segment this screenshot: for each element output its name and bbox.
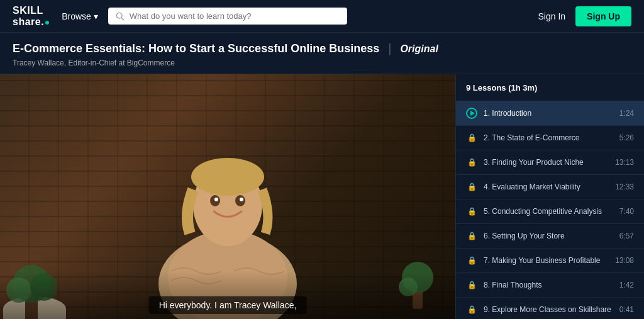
logo-line1: SKILL xyxy=(13,5,49,16)
title-divider: | xyxy=(388,42,391,56)
lesson-title: 4. Evaluating Market Viability xyxy=(484,182,609,191)
video-panel[interactable]: Hi everybody. I am Tracey Wallace, xyxy=(0,74,455,319)
lesson-duration: 1:42 xyxy=(619,281,634,289)
lesson-title: 5. Conducting Competitive Analysis xyxy=(484,207,613,216)
course-title-bar: E-Commerce Essentials: How to Start a Su… xyxy=(0,33,644,74)
lesson-duration: 6:57 xyxy=(619,232,634,240)
lesson-sidebar: 9 Lessons (1h 3m) 1. Introduction1:24🔒2.… xyxy=(455,74,644,319)
lesson-item[interactable]: 🔒7. Making Your Business Profitable13:08 xyxy=(456,249,644,273)
video-subtitle: Hi everybody. I am Tracey Wallace, xyxy=(149,296,307,314)
lesson-duration: 5:26 xyxy=(619,133,634,142)
lesson-duration: 13:13 xyxy=(615,158,634,167)
lesson-item[interactable]: 🔒3. Finding Your Product Niche13:13 xyxy=(456,150,644,175)
lesson-title: 6. Setting Up Your Store xyxy=(484,232,613,240)
svg-point-9 xyxy=(214,198,218,201)
lock-icon: 🔒 xyxy=(466,157,477,168)
search-icon xyxy=(116,12,125,21)
header: SKILL share. Browse ▾ Sign In Sign Up xyxy=(0,0,644,33)
logo-line2: share. xyxy=(13,16,49,28)
lesson-item[interactable]: 🔒9. Explore More Classes on Skillshare0:… xyxy=(456,298,644,319)
lesson-title: 7. Making Your Business Profitable xyxy=(484,256,609,265)
chevron-down-icon: ▾ xyxy=(94,11,98,21)
lesson-item[interactable]: 🔒5. Conducting Competitive Analysis7:40 xyxy=(456,199,644,224)
lesson-duration: 1:24 xyxy=(619,109,634,118)
lesson-duration: 7:40 xyxy=(619,207,634,216)
lock-icon: 🔒 xyxy=(466,255,477,266)
sidebar-header: 9 Lessons (1h 3m) xyxy=(456,74,644,101)
sign-up-button[interactable]: Sign Up xyxy=(575,6,631,26)
play-icon xyxy=(466,108,477,119)
lesson-item[interactable]: 🔒2. The State of E-Commerce5:26 xyxy=(456,126,644,150)
lesson-list: 1. Introduction1:24🔒2. The State of E-Co… xyxy=(456,101,644,319)
lesson-title: 8. Final Thoughts xyxy=(484,281,613,289)
lock-icon: 🔒 xyxy=(466,181,477,193)
logo: SKILL share. xyxy=(13,5,49,27)
header-actions: Sign In Sign Up xyxy=(538,6,631,26)
lock-icon: 🔒 xyxy=(466,304,477,315)
sign-in-button[interactable]: Sign In xyxy=(538,11,566,21)
browse-button[interactable]: Browse ▾ xyxy=(62,11,98,21)
lock-icon: 🔒 xyxy=(466,132,477,143)
course-title: E-Commerce Essentials: How to Start a Su… xyxy=(13,42,379,55)
lesson-item[interactable]: 🔒8. Final Thoughts1:42 xyxy=(456,273,644,298)
video-background xyxy=(0,74,455,319)
search-input[interactable] xyxy=(130,11,340,21)
lessons-count: 9 Lessons (1h 3m) xyxy=(466,83,537,92)
svg-point-6 xyxy=(191,158,264,196)
lesson-title: 2. The State of E-Commerce xyxy=(484,133,613,142)
svg-line-1 xyxy=(121,18,124,20)
lesson-duration: 0:41 xyxy=(619,305,634,314)
original-badge: Original xyxy=(400,43,438,55)
search-bar xyxy=(108,8,347,25)
lock-icon: 🔒 xyxy=(466,206,477,217)
lesson-title: 1. Introduction xyxy=(484,109,613,118)
lock-icon: 🔒 xyxy=(466,230,477,242)
lesson-title: 3. Finding Your Product Niche xyxy=(484,158,609,167)
svg-point-10 xyxy=(240,198,243,201)
lock-icon: 🔒 xyxy=(466,279,477,291)
lesson-title: 9. Explore More Classes on Skillshare xyxy=(484,305,613,314)
lesson-item[interactable]: 🔒6. Setting Up Your Store6:57 xyxy=(456,224,644,249)
lesson-duration: 13:08 xyxy=(615,256,634,265)
main-content: Hi everybody. I am Tracey Wallace, 9 Les… xyxy=(0,74,644,319)
lesson-duration: 12:33 xyxy=(615,182,634,191)
lesson-item[interactable]: 1. Introduction1:24 xyxy=(456,101,644,126)
lesson-item[interactable]: 🔒4. Evaluating Market Viability12:33 xyxy=(456,175,644,199)
course-author: Tracey Wallace, Editor-in-Chief at BigCo… xyxy=(13,59,631,67)
